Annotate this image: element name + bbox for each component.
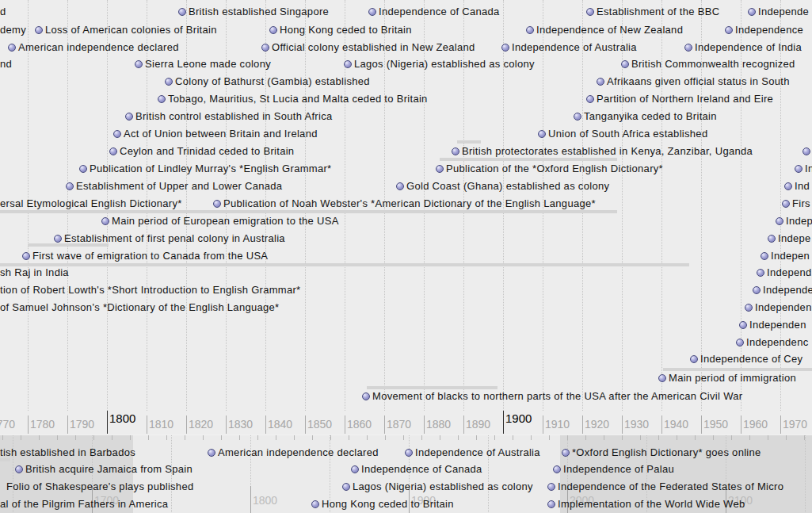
event-label[interactable]: ersal Etymological English Dictionary* — [0, 197, 182, 210]
duration-tape[interactable] — [0, 210, 617, 213]
event-label[interactable]: Hong Kong ceded to Britain — [322, 498, 454, 511]
event-label[interactable]: Sierra Leone made colony — [145, 58, 271, 71]
event-label[interactable]: Independence of India — [695, 41, 802, 54]
event-dot[interactable] — [311, 500, 319, 508]
event-label[interactable]: Establishment of the BBC — [597, 6, 719, 18]
event-label[interactable]: Indep — [786, 215, 812, 228]
event-dot[interactable] — [15, 465, 23, 473]
event-label[interactable]: Publication of the *Oxford English Dicti… — [446, 163, 663, 175]
event-label[interactable]: Gold Coast (Ghana) established as colony — [406, 180, 609, 193]
event-label[interactable]: Independe — [758, 6, 809, 18]
event-dot[interactable] — [684, 44, 692, 52]
event-label[interactable]: British established Singapore — [189, 6, 329, 18]
event-dot[interactable] — [526, 26, 534, 34]
duration-tape[interactable] — [457, 140, 481, 144]
event-label[interactable]: Folio of Shakespeare's plays published — [6, 480, 193, 493]
event-label[interactable]: Independence of New Zealand — [536, 24, 683, 36]
event-dot[interactable] — [125, 113, 133, 121]
event-dot[interactable] — [757, 269, 764, 277]
event-label[interactable]: Colony of Bathurst (Gambia) established — [175, 75, 370, 88]
event-label[interactable]: Act of Union between Britain and Ireland — [124, 128, 318, 140]
event-label[interactable]: Independen — [755, 301, 812, 314]
event-label[interactable]: Main period of European emigration to th… — [112, 215, 339, 228]
event-label[interactable]: Main period of immigration — [669, 372, 796, 385]
event-dot[interactable] — [739, 321, 747, 329]
event-dot[interactable] — [101, 217, 109, 225]
top-band[interactable]: 1770178017901800181018201830184018501860… — [0, 0, 812, 435]
event-label[interactable]: demy — [0, 24, 26, 36]
event-label[interactable]: of Samuel Johnson's *Dictionary of the E… — [0, 301, 279, 314]
event-dot[interactable] — [269, 26, 277, 34]
event-dot[interactable] — [158, 95, 166, 103]
duration-tape[interactable] — [663, 368, 812, 371]
event-dot[interactable] — [8, 44, 16, 52]
event-dot[interactable] — [342, 483, 350, 491]
event-label[interactable]: Independence — [735, 24, 803, 36]
event-dot[interactable] — [574, 113, 581, 121]
event-label[interactable]: Lagos (Nigeria) established as colony — [353, 480, 533, 493]
event-dot[interactable] — [553, 465, 561, 473]
duration-tape[interactable] — [0, 263, 689, 266]
event-dot[interactable] — [396, 182, 404, 190]
event-label[interactable]: Firs — [792, 197, 810, 210]
event-dot[interactable] — [761, 252, 768, 260]
event-label[interactable]: nd — [0, 58, 12, 71]
event-dot[interactable] — [776, 217, 783, 225]
event-label[interactable]: Hong Kong ceded to Britain — [280, 24, 412, 36]
duration-tape[interactable] — [440, 158, 617, 161]
event-label[interactable]: Independence of Palau — [563, 463, 674, 476]
event-dot[interactable] — [547, 500, 555, 508]
event-label[interactable]: Afrikaans given official status in South — [607, 75, 790, 88]
event-label[interactable]: Indepe — [778, 232, 811, 245]
event-dot[interactable] — [351, 465, 359, 473]
event-label[interactable]: Independ — [767, 266, 812, 279]
event-dot[interactable] — [795, 165, 802, 173]
event-label[interactable]: Publication of Lindley Murray's *English… — [90, 163, 331, 175]
event-dot[interactable] — [113, 130, 121, 138]
event-label[interactable]: British control established in South Afr… — [135, 110, 332, 123]
event-label[interactable]: First wave of emigration to Canada from … — [32, 250, 268, 262]
event-dot[interactable] — [368, 8, 376, 16]
event-label[interactable]: Independence of the Federated States of … — [558, 480, 783, 493]
event-dot[interactable] — [135, 60, 143, 68]
duration-tape[interactable] — [367, 386, 497, 389]
event-label[interactable]: Union of South Africa established — [548, 128, 707, 140]
event-label[interactable]: tion of Robert Lowth's *Short Introducti… — [0, 284, 300, 297]
event-dot[interactable] — [725, 26, 733, 34]
event-label[interactable]: Independence of Cey — [700, 353, 802, 366]
event-label[interactable]: tish established in Barbados — [0, 446, 135, 459]
event-label[interactable]: American independence declared — [18, 41, 179, 54]
event-label[interactable]: Independence of Canada — [361, 463, 482, 476]
event-label[interactable]: Loss of American colonies of Britain — [45, 24, 217, 36]
event-label[interactable]: d — [0, 6, 6, 18]
event-dot[interactable] — [621, 60, 629, 68]
event-dot[interactable] — [736, 339, 744, 346]
event-dot[interactable] — [501, 44, 509, 52]
event-dot[interactable] — [690, 355, 698, 363]
event-dot[interactable] — [745, 304, 753, 312]
event-dot[interactable] — [79, 165, 87, 173]
event-label[interactable]: Ceylon and Trinidad ceded to Britain — [120, 145, 294, 158]
event-dot[interactable] — [405, 449, 413, 457]
event-label[interactable]: Partition of Northern Ireland and Eire — [597, 93, 773, 105]
event-label[interactable]: American independence declared — [218, 446, 379, 459]
event-label[interactable]: Establishment of Upper and Lower Canada — [76, 180, 282, 193]
event-dot[interactable] — [344, 60, 352, 68]
event-label[interactable]: Establishment of first penal colony in A… — [64, 232, 285, 245]
event-dot[interactable] — [586, 95, 594, 103]
event-dot[interactable] — [109, 147, 117, 155]
event-dot[interactable] — [547, 483, 555, 491]
event-label[interactable]: Lagos (Nigeria) established as colony — [354, 58, 535, 71]
event-label[interactable]: Implementation of the World Wide Web — [558, 498, 745, 511]
event-dot[interactable] — [452, 147, 459, 155]
event-label[interactable]: Tobago, Mauritius, St Lucia and Malta ce… — [168, 93, 428, 105]
event-dot[interactable] — [748, 8, 756, 16]
event-dot[interactable] — [22, 252, 30, 260]
event-label[interactable]: Tanganyika ceded to Britain — [584, 110, 717, 123]
event-label[interactable]: Independenc — [746, 336, 808, 349]
event-dot[interactable] — [782, 200, 790, 208]
event-dot[interactable] — [538, 130, 546, 138]
event-dot[interactable] — [753, 286, 761, 294]
event-dot[interactable] — [586, 8, 594, 16]
event-label[interactable]: Independence of Australia — [415, 446, 540, 459]
